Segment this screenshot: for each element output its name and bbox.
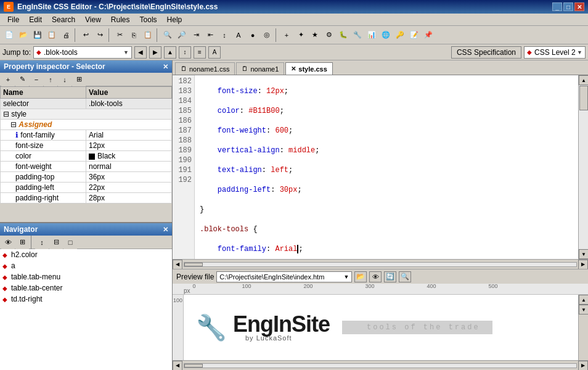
preview-vscroll[interactable]: ▲ ▼ xyxy=(578,295,588,360)
tb-btn16[interactable]: 📝 xyxy=(407,28,421,42)
table-row[interactable]: padding-right 28px xyxy=(1,193,172,204)
table-row[interactable]: padding-top 36px xyxy=(1,172,172,183)
menu-search[interactable]: Search xyxy=(47,14,80,25)
preview-refresh-button[interactable]: 👁 xyxy=(369,271,382,282)
maximize-button[interactable]: □ xyxy=(563,2,573,11)
table-row[interactable]: font-weight normal xyxy=(1,162,172,172)
table-row[interactable]: color Black xyxy=(1,151,172,162)
list-item[interactable]: ◆ table.tab-menu xyxy=(0,271,172,282)
close-button[interactable]: ✕ xyxy=(574,2,584,11)
tb-btn14[interactable]: 🌐 xyxy=(379,28,393,42)
scroll-hthumb[interactable] xyxy=(184,263,203,266)
prev-scroll-up[interactable]: ▲ xyxy=(579,295,588,305)
redo-button[interactable]: ↪ xyxy=(93,28,107,42)
nav-eye-button[interactable]: 👁 xyxy=(1,236,15,249)
prop-inspector-close[interactable]: ✕ xyxy=(163,63,168,71)
tb-btn1[interactable]: ⇥ xyxy=(189,28,203,42)
tb-btn2[interactable]: ⇤ xyxy=(203,28,217,42)
menu-view[interactable]: View xyxy=(80,14,106,25)
open-button[interactable]: 📂 xyxy=(17,28,30,42)
list-item[interactable]: ◆ h2.color xyxy=(0,249,172,260)
tb-btn7[interactable]: + xyxy=(280,28,293,42)
cut-button[interactable]: ✂ xyxy=(113,28,126,42)
menu-rules[interactable]: Rules xyxy=(106,14,135,25)
menu-edit[interactable]: Edit xyxy=(24,14,47,25)
preview-path-combo[interactable]: C:\Project\site\EngInSite\index.htm ▼ xyxy=(216,271,352,282)
prev-scroll-right[interactable]: ▶ xyxy=(578,361,588,371)
tb-btn17[interactable]: 📌 xyxy=(422,28,435,42)
find-button[interactable]: 🔍 xyxy=(161,28,174,42)
prop-btn2[interactable]: ↓ xyxy=(58,73,71,86)
prop-del-button[interactable]: − xyxy=(30,73,43,86)
print-button[interactable]: 🖨 xyxy=(59,28,73,42)
list-item[interactable]: ◆ table.tab-center xyxy=(0,282,172,294)
menu-tools[interactable]: Tools xyxy=(135,14,162,25)
nav-down-button[interactable]: ↕ xyxy=(179,46,191,59)
menu-help[interactable]: Help xyxy=(162,14,187,25)
tb-btn8[interactable]: ✦ xyxy=(294,28,308,42)
prop-add-button[interactable]: + xyxy=(1,73,15,86)
css-level-combo[interactable]: ◆ CSS Level 2 ▼ xyxy=(524,46,586,59)
code-vscroll[interactable]: ▲ ▼ xyxy=(578,75,588,259)
preview-open-button[interactable]: 📂 xyxy=(354,271,367,282)
tb-btn10[interactable]: ⚙ xyxy=(322,28,336,42)
table-row[interactable]: ℹ font-family Arial xyxy=(1,130,172,141)
table-row[interactable]: padding-left 22px xyxy=(1,183,172,193)
paste-button[interactable]: 📋 xyxy=(141,28,155,42)
navigator-close[interactable]: ✕ xyxy=(163,226,168,234)
list-item[interactable]: ◆ td.td-right xyxy=(0,294,172,305)
tb-btn4[interactable]: A xyxy=(232,28,245,42)
table-row[interactable]: font-size 12px xyxy=(1,141,172,151)
copy-button[interactable]: ⎘ xyxy=(127,28,141,42)
prop-btn1[interactable]: ↑ xyxy=(44,73,57,86)
prev-hthumb[interactable] xyxy=(184,364,203,368)
prop-edit-button[interactable]: ✎ xyxy=(15,73,29,86)
scroll-up-button[interactable]: ▲ xyxy=(579,75,588,85)
nav-az-button[interactable]: A xyxy=(208,46,221,59)
css-spec-button[interactable]: CSS Specification xyxy=(451,46,521,59)
tb-btn15[interactable]: 🔑 xyxy=(393,28,407,42)
menu-file[interactable]: File xyxy=(2,14,24,25)
code-content[interactable]: font-size: 12px; color: #B11B00; font-we… xyxy=(195,75,578,259)
save-button[interactable]: 💾 xyxy=(31,28,44,42)
tb-btn6[interactable]: ◎ xyxy=(260,28,274,42)
nav-list-button[interactable]: ≡ xyxy=(194,46,206,59)
tab-noname1css[interactable]: 🗒 noname1.css xyxy=(175,62,235,75)
prev-scroll-down[interactable]: ▼ xyxy=(579,305,588,314)
undo-button[interactable]: ↩ xyxy=(79,28,92,42)
nav-box-button[interactable]: □ xyxy=(63,236,77,249)
nav-prev-button[interactable]: ◀ xyxy=(134,46,147,59)
nav-filter-button[interactable]: ⊟ xyxy=(49,236,63,249)
tab-close-icon[interactable]: ✕ xyxy=(291,65,296,72)
tb-btn3[interactable]: ↕ xyxy=(218,28,231,42)
scroll-right-button[interactable]: ▶ xyxy=(578,260,588,269)
nav-next-button[interactable]: ▶ xyxy=(149,46,161,59)
tb-btn12[interactable]: 🔧 xyxy=(351,28,364,42)
prop-btn3[interactable]: ⊞ xyxy=(72,73,86,86)
preview-zoom-button[interactable]: 🔍 xyxy=(399,271,411,282)
minimize-button[interactable]: _ xyxy=(552,2,562,11)
preview-btn1[interactable]: 🔄 xyxy=(384,271,396,282)
tb-btn5[interactable]: ● xyxy=(246,28,259,42)
tb-btn9[interactable]: ★ xyxy=(308,28,322,42)
scroll-thumb[interactable] xyxy=(579,86,588,110)
tb-btn11[interactable]: 🐛 xyxy=(337,28,350,42)
tab-stylecss[interactable]: ✕ style.css xyxy=(285,62,332,75)
scroll-left-button[interactable]: ◀ xyxy=(173,260,182,269)
navigator-list[interactable]: ◆ h2.color ◆ a ◆ table.tab-menu ◆ table.… xyxy=(0,249,172,370)
scroll-down-button[interactable]: ▼ xyxy=(579,249,588,259)
prop-scroll-area[interactable]: Name Value selector .blok-tools ⊟ style xyxy=(0,86,172,222)
jump-combo[interactable]: ◆ .blok-tools ▼ xyxy=(33,46,132,59)
nav-view-button[interactable]: ⊞ xyxy=(15,236,29,249)
find2-button[interactable]: 🔎 xyxy=(175,28,189,42)
nav-sort-button[interactable]: ↕ xyxy=(35,236,49,249)
new-button[interactable]: 📄 xyxy=(2,28,16,42)
preview-hscroll[interactable]: ◀ ▶ xyxy=(173,360,588,370)
tb-btn13[interactable]: 📊 xyxy=(365,28,378,42)
nav-up-button[interactable]: ▲ xyxy=(164,46,176,59)
prev-scroll-left[interactable]: ◀ xyxy=(173,361,182,371)
list-item[interactable]: ◆ a xyxy=(0,260,172,271)
code-hscroll[interactable]: ◀ ▶ xyxy=(173,259,588,269)
tab-noname1[interactable]: 🗒 noname1 xyxy=(236,62,284,75)
saveas-button[interactable]: 📋 xyxy=(45,28,59,42)
